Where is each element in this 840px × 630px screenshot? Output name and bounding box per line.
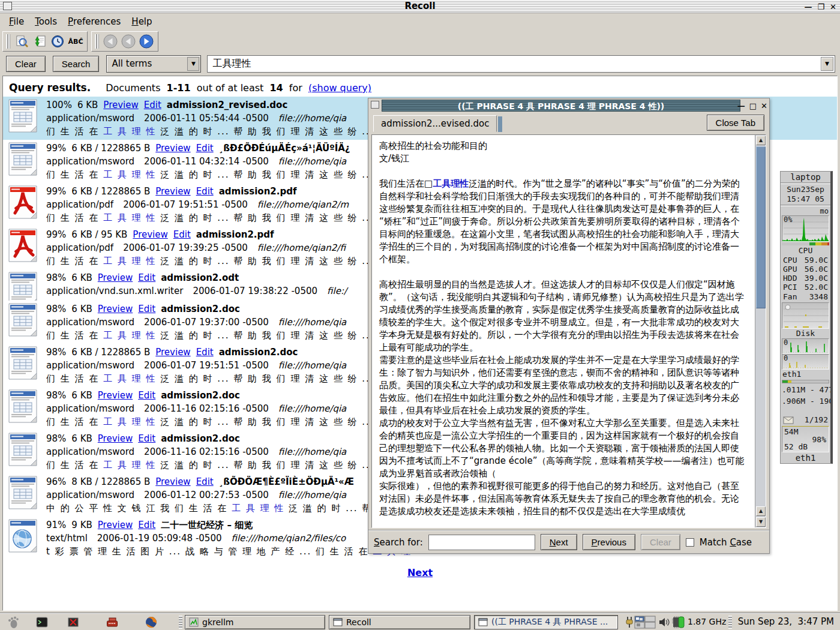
find-clear-button[interactable]: Clear xyxy=(641,534,680,550)
temp-row: HDD39.0C xyxy=(781,274,830,283)
preview-link[interactable]: Preview xyxy=(98,272,133,283)
close-icon[interactable]: ✕ xyxy=(830,2,836,11)
result-size: 6 KB / 1228865 B xyxy=(71,347,150,358)
preview-link[interactable]: Preview xyxy=(155,186,190,197)
gkrellm-panel[interactable]: laptop Sun23Sep 15:47 05 mo 0% CPU CPU59… xyxy=(780,171,833,464)
task-button-gkrellm[interactable]: gkrellm xyxy=(185,615,325,629)
cpu-frequency-icon[interactable] xyxy=(672,615,685,629)
result-date: 2006-01-11 05:54:44 -0500 xyxy=(144,113,269,124)
taskbar-clock[interactable]: Sun Sep 23, 3:47 PM xyxy=(738,616,834,627)
preview-link[interactable]: Preview xyxy=(155,476,190,487)
preview-tab[interactable]: admission2...evised.doc xyxy=(373,115,497,132)
scroll-up-icon[interactable]: ▲ xyxy=(756,136,766,145)
query-history-icon[interactable]: ▼ xyxy=(821,57,833,71)
find-previous-button[interactable]: Previous xyxy=(583,534,635,550)
taskbar-handle[interactable] xyxy=(179,616,182,629)
edit-link[interactable]: Edit xyxy=(138,272,155,283)
fan-label: Fan xyxy=(783,292,797,302)
menu-help[interactable]: Help xyxy=(126,14,157,29)
window-titlebar[interactable]: Recoll — ❐ ✕ xyxy=(0,0,840,13)
search-button[interactable]: Search xyxy=(53,56,100,72)
edit-link[interactable]: Edit xyxy=(138,433,155,444)
advanced-search-icon[interactable] xyxy=(13,33,31,50)
history-clock-icon[interactable] xyxy=(49,33,67,50)
scrollbar-thumb[interactable] xyxy=(756,146,766,308)
scroll-down-icon[interactable]: ▼ xyxy=(756,517,766,527)
preview-titlebar[interactable]: ((工 PHRASE 4 具 PHRASE 4 理 PHRASE 4 性)) xyxy=(382,100,740,112)
workspace-switcher[interactable] xyxy=(634,615,656,629)
menu-file[interactable]: File xyxy=(4,14,29,29)
task-button-preview[interactable]: ((工 PHRASE 4 具 PHRASE ... xyxy=(474,615,618,629)
result-date: 2006-01-11 04:32:14 -0500 xyxy=(144,156,269,167)
match-case-checkbox[interactable] xyxy=(686,538,694,547)
preview-close-icon[interactable]: ✕ xyxy=(761,101,767,110)
taskbar-handle[interactable] xyxy=(728,616,732,629)
preview-window[interactable]: ((工 PHRASE 4 具 PHRASE 4 理 PHRASE 4 性)) —… xyxy=(368,98,770,554)
file-type-icon xyxy=(8,433,38,466)
menu-tools[interactable]: Tools xyxy=(29,14,62,29)
firefox-icon[interactable] xyxy=(144,615,158,629)
typewriter-app-icon[interactable] xyxy=(105,615,119,629)
wifi-meter[interactable]: 54M 98% 52 dB xyxy=(782,426,829,452)
window-icon xyxy=(333,618,343,626)
minimize-icon[interactable]: — xyxy=(804,2,812,11)
spellcheck-icon[interactable]: ÅBĈ xyxy=(67,33,85,50)
terminal-icon[interactable] xyxy=(35,615,49,629)
result-score: 99% xyxy=(46,143,66,154)
edit-link[interactable]: Edit xyxy=(196,186,214,197)
disk-read-chart[interactable]: 0 xyxy=(782,338,829,354)
preview-link[interactable]: Preview xyxy=(98,304,133,314)
scroll-up-icon[interactable]: ▲ xyxy=(756,506,766,516)
task-button-recoll[interactable]: Recoll xyxy=(329,615,470,629)
edit-link[interactable]: Edit xyxy=(196,347,214,358)
preview-link[interactable]: Preview xyxy=(155,143,190,154)
preview-scrollbar[interactable]: ▲ ▲ ▼ xyxy=(755,135,766,527)
doc-paragraph: 我们生活在□工具理性泛滥的时代。作为“世之显学”的诸种以“事实”与“价值”的二分… xyxy=(379,178,747,266)
cpu-usage-chart[interactable]: 0% xyxy=(782,215,829,242)
edit-link[interactable]: Edit xyxy=(196,476,214,487)
preview-link[interactable]: Preview xyxy=(98,390,133,401)
first-page-icon[interactable] xyxy=(101,33,119,50)
find-next-button[interactable]: Next xyxy=(541,534,577,550)
disk-write-chart[interactable]: 0 xyxy=(782,354,829,370)
next-page-icon[interactable] xyxy=(137,33,155,50)
gnome-menu-icon[interactable] xyxy=(6,615,20,629)
edit-link[interactable]: Edit xyxy=(144,100,161,110)
preview-text[interactable]: 高校招生的社会功能和目的 文/钱江 我们生活在□工具理性泛滥的时代。作为“世之显… xyxy=(372,135,754,527)
toolbar-handle[interactable] xyxy=(6,34,10,49)
preview-minimize-icon[interactable]: — xyxy=(737,101,745,110)
preview-link[interactable]: Preview xyxy=(98,520,133,530)
edit-link[interactable]: Edit xyxy=(138,304,155,314)
toolbar-handle[interactable] xyxy=(95,34,99,49)
previous-page-icon[interactable] xyxy=(119,33,137,50)
edit-link[interactable]: Edit xyxy=(196,143,214,154)
find-input[interactable] xyxy=(428,535,535,550)
result-score: 98% xyxy=(46,433,66,444)
lock-screen-icon[interactable] xyxy=(66,615,80,629)
cpu-krell-meter xyxy=(782,242,829,245)
mail-row[interactable]: 1/192 xyxy=(781,415,830,425)
volume-icon[interactable] xyxy=(658,615,671,629)
restore-icon[interactable]: ❐ xyxy=(817,2,824,11)
edit-link[interactable]: Edit xyxy=(138,520,155,530)
search-mode-select[interactable]: All terms ▼ xyxy=(106,55,201,73)
chevron-down-icon[interactable]: ▼ xyxy=(187,57,199,71)
edit-link[interactable]: Edit xyxy=(173,229,191,240)
preview-link[interactable]: Preview xyxy=(133,229,167,240)
next-page-link[interactable]: Next xyxy=(3,567,837,578)
close-tab-button[interactable]: Close Tab xyxy=(707,115,764,131)
clear-button[interactable]: Clear xyxy=(6,56,46,72)
preview-maximize-icon[interactable]: □ xyxy=(749,101,757,110)
preview-link[interactable]: Preview xyxy=(103,100,138,110)
sort-parameters-icon[interactable] xyxy=(31,33,49,50)
fan-chart[interactable] xyxy=(782,302,829,329)
preview-link[interactable]: Preview xyxy=(98,433,133,444)
edit-link[interactable]: Edit xyxy=(138,390,155,401)
menu-preferences[interactable]: Preferences xyxy=(62,14,126,29)
doc-byline: 文/钱江 xyxy=(379,152,747,165)
show-query-link[interactable]: (show query) xyxy=(308,82,371,94)
preview-window-menu-icon[interactable] xyxy=(371,101,379,109)
search-input[interactable] xyxy=(207,55,835,73)
preview-link[interactable]: Preview xyxy=(155,347,190,358)
temp-value: 59.0C xyxy=(805,256,828,265)
